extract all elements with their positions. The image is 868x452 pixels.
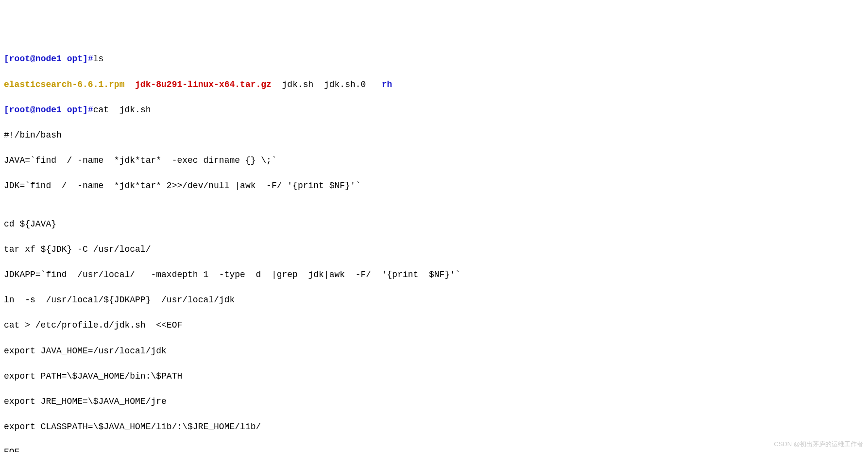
script-line: tar xf ${JDK} -C /usr/local/ — [4, 243, 864, 256]
prompt-user: root — [9, 105, 30, 115]
script-line: ln -s /usr/local/${JDKAPP} /usr/local/jd… — [4, 294, 864, 306]
script-line: cat > /etc/profile.d/jdk.sh <<EOF — [4, 319, 864, 331]
script-line: JDK=`find / -name *jdk*tar* 2>>/dev/null… — [4, 179, 864, 192]
script-line: export JAVA_HOME=/usr/local/jdk — [4, 345, 864, 357]
terminal-line[interactable]: [root@node1 opt]#ls — [4, 52, 864, 65]
command-ls: ls — [93, 54, 104, 64]
prompt-user: root — [9, 54, 30, 64]
prompt-close: ] — [83, 105, 88, 115]
script-line: cd ${JAVA} — [4, 218, 864, 230]
file-tarball: jdk-8u291-linux-x64.tar.gz — [135, 80, 272, 89]
prompt-path: opt — [67, 54, 83, 64]
script-line: EOF — [4, 446, 864, 452]
prompt-open: [ — [4, 105, 9, 115]
prompt-at: @ — [30, 105, 35, 115]
prompt-path: opt — [67, 105, 83, 115]
script-line: export CLASSPATH=\$JAVA_HOME/lib/:\$JRE_… — [4, 420, 864, 433]
ls-output-line: elasticsearch-6.6.1.rpm jdk-8u291-linux-… — [4, 78, 864, 91]
file-jdksh0: jdk.sh.0 — [324, 80, 366, 89]
gap — [366, 80, 381, 89]
prompt-host: node1 — [35, 54, 62, 64]
prompt-host: node1 — [35, 105, 62, 115]
prompt-close: ] — [83, 54, 88, 64]
script-line: JDKAPP=`find /usr/local/ -maxdepth 1 -ty… — [4, 268, 864, 281]
file-rh-dir: rh — [382, 80, 392, 89]
prompt-hash: # — [88, 54, 93, 64]
prompt-hash: # — [88, 105, 93, 115]
script-line: export PATH=\$JAVA_HOME/bin:\$PATH — [4, 370, 864, 382]
command-cat: cat jdk.sh — [93, 105, 151, 115]
file-jdksh: jdk.sh — [282, 80, 314, 89]
prompt-open: [ — [4, 54, 9, 64]
script-line: export JRE_HOME=\$JAVA_HOME/jre — [4, 395, 864, 408]
watermark: CSDN @初出茅庐的运维工作者 — [774, 440, 863, 449]
script-line: #!/bin/bash — [4, 129, 864, 141]
gap — [124, 80, 135, 89]
terminal-line[interactable]: [root@node1 opt]#cat jdk.sh — [4, 104, 864, 116]
gap — [272, 80, 282, 89]
script-line: JAVA=`find / -name *jdk*tar* -exec dirna… — [4, 154, 864, 167]
prompt-space — [62, 54, 67, 64]
file-rpm: elasticsearch-6.6.1.rpm — [4, 80, 124, 89]
prompt-space — [62, 105, 67, 115]
prompt-at: @ — [30, 54, 35, 64]
gap — [313, 80, 324, 89]
